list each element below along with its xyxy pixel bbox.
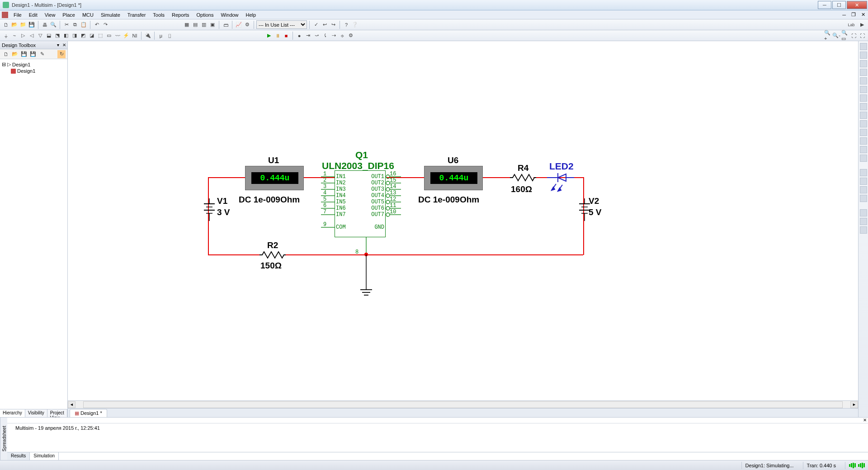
place-electromech-button[interactable]: ⚡ [122,32,130,40]
step-out-button[interactable]: ⤹ [321,32,329,40]
output-tab-simulation[interactable]: Simulation [30,452,59,460]
place-transistor-button[interactable]: ◁ [28,32,36,40]
toggle-probe-button[interactable]: ⎆ [338,32,346,40]
q1-type[interactable]: ULN2003_DIP16 [322,160,394,171]
place-misc-button[interactable]: ⬚ [96,32,104,40]
u6-name[interactable]: U6 [448,155,458,165]
pause-button[interactable]: ⏸ [274,32,282,40]
print-preview-button[interactable]: 🔍 [49,21,57,29]
back-annotate-button[interactable]: ↩ [321,21,329,29]
r4-name[interactable]: R4 [518,163,528,173]
u1-name[interactable]: U1 [268,155,279,165]
zoom-fit-button[interactable]: ⛶ [849,32,858,40]
design-tree[interactable]: ⊟ ▷ Design1 Design1 [0,59,67,409]
maximize-button[interactable]: ☐ [832,1,846,9]
u6-dc[interactable]: DC 1e-009Ohm [418,195,479,205]
scroll-left-button[interactable]: ◄ [68,401,75,408]
network-analyzer-button[interactable] [860,155,867,162]
tab-visibility[interactable]: Visibility [25,409,47,417]
grapher-button[interactable]: 📈 [235,21,243,29]
spectrum-analyzer-button[interactable] [860,146,867,153]
toggle-breadboard-button[interactable]: ▣ [208,21,217,29]
menu-reports[interactable]: Reports [168,11,193,19]
agilent-fg-button[interactable] [860,169,867,176]
minimize-button[interactable]: ─ [818,1,831,9]
save-button[interactable]: 💾 [28,21,36,29]
logic-analyzer-button[interactable] [860,112,867,119]
r2-value[interactable]: 150Ω [260,261,282,271]
tree-doc[interactable]: Design1 [2,68,66,74]
toggle-grapher-button[interactable]: ▤ [191,21,199,29]
toolbox-rename-button[interactable]: ✎ [38,50,46,58]
output-close-icon[interactable]: ✕ [863,418,867,423]
schematic[interactable]: V1 3 V 0.444u U1 DC 1e-009Ohm Q1 ULN2003… [68,41,858,400]
scroll-track[interactable] [83,401,843,408]
word-generator-button[interactable] [860,103,867,110]
open-button[interactable]: 📂 [10,21,19,29]
menu-tools[interactable]: Tools [149,11,168,19]
horizontal-scrollbar[interactable]: ◄ ► [68,400,858,408]
battery-v1-symbol[interactable] [203,198,216,221]
menu-edit[interactable]: Edit [25,11,41,19]
u1-dc[interactable]: DC 1e-009Ohm [239,195,300,205]
r2-name[interactable]: R2 [267,240,278,250]
labview-button[interactable]: Lab [845,21,858,29]
toolbox-saveall-button[interactable]: 💾 [29,50,37,58]
logic-converter-button[interactable] [860,120,867,127]
agilent-mm-button[interactable] [860,178,867,185]
menu-transfer[interactable]: Transfer [124,11,150,19]
mdi-restore-button[interactable]: ❐ [849,12,859,18]
v2-name[interactable]: V2 [589,196,599,206]
paste-button[interactable]: 📋 [80,21,88,29]
bode-plotter-button[interactable] [860,86,867,93]
r4-value[interactable]: 160Ω [511,184,532,194]
resistor-r4-symbol[interactable] [510,174,536,182]
place-basic-button[interactable]: ~ [10,32,19,40]
spreadsheet-side-label[interactable]: Spreadsheet [0,418,7,460]
undo-button[interactable]: ↶ [93,21,101,29]
place-power-button[interactable]: ◪ [88,32,96,40]
menu-view[interactable]: View [41,11,59,19]
menu-options[interactable]: Options [193,11,217,19]
place-ttl-button[interactable]: ⬓ [45,32,53,40]
sim-settings-button[interactable]: ⚙ [347,32,355,40]
place-connector-button[interactable]: 🔌 [144,32,152,40]
copy-button[interactable]: ⧉ [71,21,79,29]
toolbox-new-button[interactable]: 🗋 [2,50,10,58]
q1-name[interactable]: Q1 [355,150,368,160]
run-button[interactable]: ▶ [265,32,273,40]
step-button[interactable]: ● [295,32,303,40]
place-rf-button[interactable]: 〰 [113,32,122,40]
cut-button[interactable]: ✂ [62,21,71,29]
scroll-right-button[interactable]: ► [850,401,858,408]
four-ch-scope-button[interactable] [860,77,867,85]
current-probe-button[interactable] [860,226,867,234]
toggle-netlist-button[interactable]: ▥ [200,21,208,29]
help-button[interactable]: ❔ [351,21,359,29]
step-over-button[interactable]: ⤻ [312,32,321,40]
interactive-sim-button[interactable]: ▶ [858,21,866,29]
zoom-in-button[interactable]: 🔍+ [824,32,832,40]
place-advanced-button[interactable]: ▭ [105,32,113,40]
toolbox-open-button[interactable]: 📂 [11,50,19,58]
toolbox-refresh-button[interactable]: ↻ [57,50,66,58]
iv-analyzer-button[interactable] [860,129,867,136]
mdi-close-button[interactable]: ✕ [859,12,868,18]
fullscreen-button[interactable]: ⛶ [858,32,866,40]
tab-project-view[interactable]: Project View [47,409,67,417]
place-analog-button[interactable]: ▽ [36,32,44,40]
run-to-button[interactable]: ⇢ [330,32,338,40]
zoom-area-button[interactable]: 🔍▭ [841,32,849,40]
doc-tab-design1[interactable]: ▦ Design1 * [70,409,107,417]
place-misc-digital-button[interactable]: ◧ [62,32,70,40]
function-generator-button[interactable] [860,52,867,59]
step-into-button[interactable]: ⇥ [304,32,312,40]
tree-root[interactable]: ⊟ ▷ Design1 [2,61,66,68]
led2-name[interactable]: LED2 [549,161,574,172]
new-button[interactable]: 🗋 [2,21,10,29]
oscilloscope-button[interactable] [860,69,867,76]
menu-place[interactable]: Place [59,11,79,19]
erc-button[interactable]: ✓ [312,21,320,29]
schematic-canvas[interactable]: V1 3 V 0.444u U1 DC 1e-009Ohm Q1 ULN2003… [68,41,858,400]
ammeter-u6[interactable]: 0.444u [424,166,483,190]
